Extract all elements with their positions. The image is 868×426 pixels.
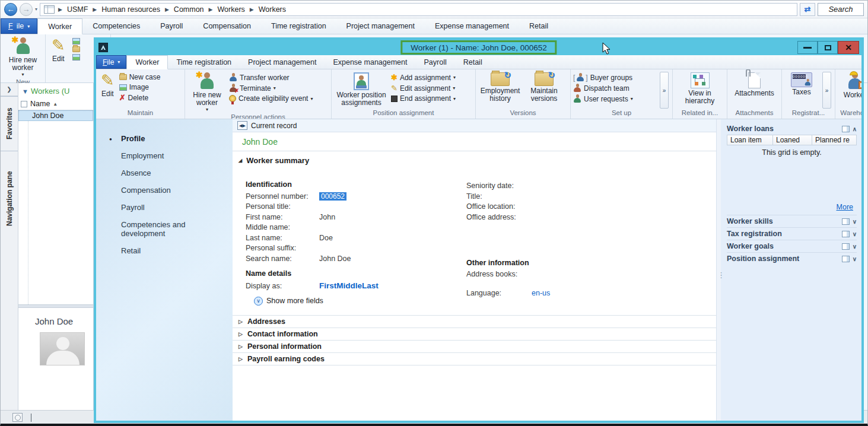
buyer-groups-button[interactable]: [ ] Buyer groups xyxy=(573,73,656,82)
delete-button[interactable]: ✗ Delete xyxy=(119,93,161,102)
user-requests-button[interactable]: User requests ▾ xyxy=(573,94,656,103)
show-more-fields-button[interactable]: ∨ Show more fields xyxy=(254,297,466,306)
breadcrumb-item[interactable]: Workers xyxy=(259,5,286,14)
main-tab-retail[interactable]: Retail xyxy=(519,18,558,34)
terminate-button[interactable]: ✗ Terminate ▾ xyxy=(229,84,313,93)
position-assignment-factbox-header[interactable]: Position assignment ∨ xyxy=(727,252,857,265)
create-eligibility-event-button[interactable]: Create eligibility event ▾ xyxy=(229,94,313,103)
forward-button-icon[interactable]: → xyxy=(20,3,33,16)
transfer-worker-button[interactable]: Transfer worker xyxy=(229,73,313,82)
refresh-icon[interactable]: ⇄ xyxy=(800,3,815,16)
grid-view-icon[interactable] xyxy=(44,5,55,14)
breadcrumb-item[interactable]: Workers xyxy=(218,5,245,14)
breadcrumb-item[interactable]: Human resources xyxy=(101,5,160,14)
edit-button[interactable]: ✎ Edit xyxy=(98,71,117,99)
section-contact-information[interactable]: ▷ Contact information xyxy=(233,328,716,341)
search-name-value[interactable]: John Doe xyxy=(319,255,351,263)
section-addresses[interactable]: ▷ Addresses xyxy=(233,316,716,328)
worker-position-assignments-button[interactable]: Worker position assignments xyxy=(334,71,389,108)
main-tab-project-management[interactable]: Project management xyxy=(336,18,425,34)
nav-item-compensation[interactable]: Compensation xyxy=(96,182,233,199)
loan-item-column[interactable]: Loan item xyxy=(727,135,773,145)
list-column-header[interactable]: Name ▲ xyxy=(18,98,93,110)
nav-item-retail[interactable]: Retail xyxy=(96,242,233,259)
main-tab-time-registration[interactable]: Time registration xyxy=(261,18,336,34)
select-all-checkbox[interactable] xyxy=(21,101,27,107)
factbox-window-icon[interactable] xyxy=(842,243,850,250)
add-assignment-button[interactable]: ✱ Add assignment ▾ xyxy=(391,73,456,82)
worker-summary-section-header[interactable]: ◢ Worker summary xyxy=(233,151,716,167)
factbox-window-icon[interactable] xyxy=(842,126,850,132)
main-tab-payroll[interactable]: Payroll xyxy=(150,18,193,34)
section-payroll-earning-codes[interactable]: ▷ Payroll earning codes xyxy=(233,353,716,365)
main-tab-expense-management[interactable]: Expense management xyxy=(425,18,519,34)
dialog-tab-project-management[interactable]: Project management xyxy=(240,55,325,69)
dialog-tab-worker[interactable]: Worker xyxy=(126,55,168,69)
factbox-window-icon[interactable] xyxy=(842,231,850,237)
taxes-button[interactable]: 000000 Taxes xyxy=(784,71,819,97)
nav-item-payroll[interactable]: Payroll xyxy=(96,199,233,216)
dialog-tab-payroll[interactable]: Payroll xyxy=(416,55,455,69)
attachments-button[interactable]: Attachments xyxy=(732,71,777,98)
minimize-button[interactable] xyxy=(797,41,818,54)
factbox-splitter[interactable] xyxy=(716,119,721,421)
expand-pane-icon[interactable]: ❯ xyxy=(1,83,18,96)
worker-loans-factbox-header[interactable]: Worker loans ∧ xyxy=(727,123,857,135)
worker-goals-factbox-header[interactable]: Worker goals ∨ xyxy=(727,240,857,252)
dialog-tab-expense-management[interactable]: Expense management xyxy=(325,55,415,69)
dialog-tab-time-registration[interactable]: Time registration xyxy=(168,55,240,69)
maintain-versions-button[interactable]: ↻ Maintain versions xyxy=(524,71,564,104)
more-link[interactable]: More xyxy=(837,203,853,211)
planned-return-column[interactable]: Planned re xyxy=(812,135,857,145)
last-name-value[interactable]: Doe xyxy=(319,234,333,242)
history-dropdown-icon[interactable]: ▾ xyxy=(35,7,37,12)
language-value[interactable]: en-us xyxy=(532,289,550,297)
factbox-window-icon[interactable] xyxy=(842,218,850,225)
filter-icon[interactable]: ▼ xyxy=(22,88,28,95)
hire-new-worker-button[interactable]: ✱ Hire new worker ▾ xyxy=(4,36,42,78)
tax-registration-factbox-header[interactable]: Tax registration ∨ xyxy=(727,227,857,240)
new-case-button[interactable]: New case xyxy=(119,73,161,81)
document-status-icon[interactable] xyxy=(12,413,23,422)
nav-item-profile[interactable]: Profile xyxy=(96,130,233,147)
view-in-hierarchy-button[interactable]: View in hierarchy xyxy=(675,71,724,106)
main-tab-compensation[interactable]: Compensation xyxy=(193,18,261,34)
record-navigation-icon[interactable]: ◀▶ xyxy=(237,121,247,130)
dialog-tab-retail[interactable]: Retail xyxy=(455,55,491,69)
close-button[interactable]: ✕ xyxy=(838,41,859,54)
end-assignment-button[interactable]: End assignment ▾ xyxy=(391,94,456,103)
loaned-column[interactable]: Loaned xyxy=(773,135,812,145)
maximize-button[interactable] xyxy=(818,41,838,54)
first-name-value[interactable]: John xyxy=(319,213,335,221)
dispatch-team-button[interactable]: Dispatch team xyxy=(573,84,656,93)
sidebar-tab-favorites[interactable]: Favorites xyxy=(1,96,18,151)
nav-item-employment[interactable]: Employment xyxy=(96,147,233,164)
main-tab-worker[interactable]: Worker xyxy=(37,18,82,34)
dialog-title-bar[interactable]: Worker (1) - Name: John Doe, 000652 ✕ xyxy=(96,40,861,55)
group-overflow-button[interactable]: » xyxy=(822,72,831,109)
display-as-value[interactable]: FirstMiddleLast xyxy=(319,281,379,290)
section-personal-information[interactable]: ▷ Personal information xyxy=(233,341,716,353)
main-tab-competencies[interactable]: Competencies xyxy=(82,18,150,34)
dialog-file-menu-button[interactable]: File ▾ xyxy=(96,55,126,69)
factbox-window-icon[interactable] xyxy=(842,256,850,262)
group-overflow-button[interactable]: » xyxy=(660,72,669,109)
employment-history-button[interactable]: ↻ Employment history xyxy=(478,71,522,104)
nav-item-absence[interactable]: Absence xyxy=(96,164,233,182)
nav-item-competencies-and-development[interactable]: Competencies and development xyxy=(96,216,215,242)
hire-new-worker-button[interactable]: ✱ Hire new worker ▾ xyxy=(187,71,227,113)
search-input[interactable]: Search xyxy=(818,3,864,16)
warehouse-worker-button[interactable]: Worker xyxy=(841,71,861,100)
breadcrumb-item[interactable]: Common xyxy=(174,5,204,14)
personnel-number-value[interactable]: 000652 xyxy=(319,192,346,201)
edit-assignment-button[interactable]: ✎ Edit assignment ▾ xyxy=(391,84,456,93)
worker-skills-factbox-header[interactable]: Worker skills ∨ xyxy=(727,215,857,227)
image-button[interactable]: Image xyxy=(119,83,161,91)
file-menu-button[interactable]: F Fileile ▾ xyxy=(1,18,37,34)
list-item[interactable]: John Doe xyxy=(18,110,93,121)
breadcrumb-item[interactable]: USMF xyxy=(67,5,88,14)
back-button-icon[interactable]: ← xyxy=(4,3,17,16)
sidebar-tab-navigation-pane[interactable]: Navigation pane xyxy=(1,151,18,246)
edit-button[interactable]: ✎ Edit xyxy=(49,36,68,73)
breadcrumb-bar[interactable]: ▶ USMF ▶ Human resources ▶ Common ▶ Work… xyxy=(40,3,797,16)
